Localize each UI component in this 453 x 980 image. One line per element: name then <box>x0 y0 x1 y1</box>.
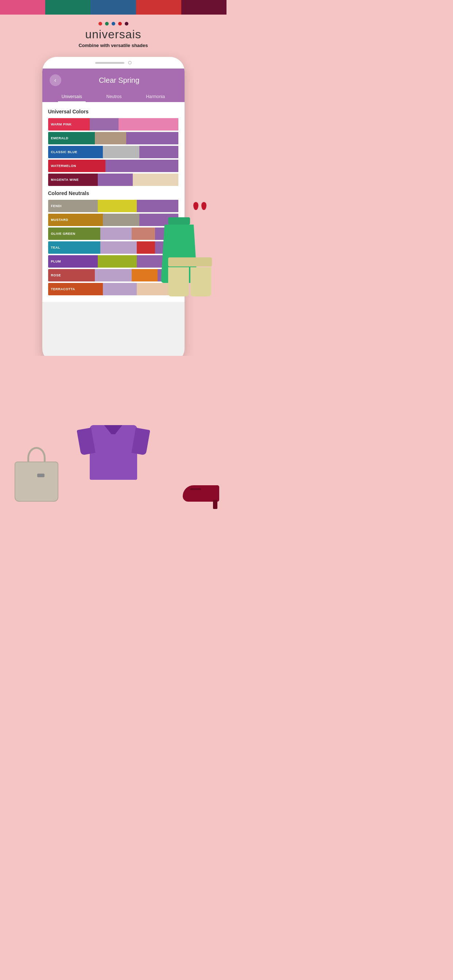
handbag-decoration <box>11 443 62 502</box>
brand-dots <box>99 22 128 25</box>
brand-dot-4 <box>125 22 128 25</box>
shorts-leg-right <box>190 267 211 296</box>
color-seg-1-2 <box>126 132 179 145</box>
handbag-handle <box>27 447 46 461</box>
color-row-emerald[interactable]: EMERALD <box>48 132 179 145</box>
universal-color-list: WARM PINKEMERALDCLASSIC BLUEWATERMELONMA… <box>48 118 179 186</box>
top-color-bar <box>0 0 226 14</box>
shoe <box>183 485 219 502</box>
brand-dot-3 <box>118 22 122 25</box>
brand-dot-2 <box>112 22 115 25</box>
color-row-teal[interactable]: TEAL <box>48 241 179 254</box>
app-subtitle: Combine with versatile shades <box>78 43 148 48</box>
top-bar-segment-1 <box>45 0 91 14</box>
shoes-decoration <box>183 485 219 502</box>
tab-neutros[interactable]: Neutros <box>102 91 125 102</box>
purple-top-decoration <box>88 425 139 491</box>
top-bar-segment-4 <box>181 0 226 14</box>
handbag-clasp <box>37 474 45 477</box>
color-label-4: MAGENTA WINE <box>48 173 98 186</box>
brand-dot-1 <box>105 22 109 25</box>
top-sleeve-left <box>77 428 96 455</box>
color-seg-4-2 <box>133 173 179 186</box>
bottom-fashion-section <box>0 356 226 509</box>
top-bar-segment-2 <box>91 0 136 14</box>
shorts-waistband <box>168 258 212 267</box>
color-label-4: PLUM <box>48 255 98 267</box>
color-seg-3-1 <box>100 241 137 254</box>
color-row-magenta-wine[interactable]: MAGENTA WINE <box>48 173 179 186</box>
shorts-leg-left <box>168 267 189 296</box>
screen-header: ‹ Clear Spring UniversaisNeutrosHarmonia <box>42 68 185 102</box>
screen-nav-top: ‹ Clear Spring <box>49 75 177 86</box>
color-seg-3-1 <box>105 160 179 172</box>
color-row-classic-blue[interactable]: CLASSIC BLUE <box>48 146 179 158</box>
color-label-5: ROSE <box>48 269 95 282</box>
color-seg-0-2 <box>137 200 179 212</box>
neutral-color-list: FENDIMUSTARDOLIVE GREENTEALPLUMROSETERRA… <box>48 200 179 295</box>
color-label-0: WARM PINK <box>48 118 90 130</box>
color-seg-1-1 <box>103 214 139 226</box>
earrings-decoration <box>193 202 206 210</box>
skirt-waistband <box>168 217 190 224</box>
color-label-3: WATERMELON <box>48 160 106 172</box>
colored-neutrals-title: Colored Neutrals <box>48 190 179 196</box>
color-row-watermelon[interactable]: WATERMELON <box>48 160 179 172</box>
back-button[interactable]: ‹ <box>49 75 61 86</box>
color-label-2: CLASSIC BLUE <box>48 146 103 158</box>
color-seg-4-1 <box>98 255 137 267</box>
universal-colors-title: Universal Colors <box>48 109 179 115</box>
color-seg-2-1 <box>103 146 139 158</box>
top-neckline <box>104 425 123 434</box>
handbag-body <box>14 461 58 502</box>
phone-mockup: ‹ Clear Spring UniversaisNeutrosHarmonia… <box>42 57 185 363</box>
color-label-2: OLIVE GREEN <box>48 228 100 240</box>
top-body <box>90 425 137 480</box>
shoe-heel <box>213 500 217 509</box>
color-seg-0-1 <box>90 118 118 130</box>
phone-wrapper: ‹ Clear Spring UniversaisNeutrosHarmonia… <box>0 57 226 363</box>
color-row-warm-pink[interactable]: WARM PINK <box>48 118 179 130</box>
notch-circle <box>128 61 132 65</box>
color-label-3: TEAL <box>48 241 100 254</box>
color-row-mustard[interactable]: MUSTARD <box>48 214 179 226</box>
color-seg-3-2 <box>137 241 155 254</box>
brand-dot-0 <box>99 22 102 25</box>
color-row-olive-green[interactable]: OLIVE GREEN <box>48 228 179 240</box>
top-bar-segment-0 <box>0 0 45 14</box>
color-seg-5-2 <box>132 269 158 282</box>
color-seg-6-1 <box>103 283 137 295</box>
top-bar-segment-3 <box>136 0 181 14</box>
phone-notch <box>42 57 185 68</box>
color-seg-1-1 <box>95 132 126 145</box>
color-label-1: MUSTARD <box>48 214 103 226</box>
shorts-legs <box>168 267 215 296</box>
tab-harmonia[interactable]: Harmonia <box>142 91 169 102</box>
color-row-terracotta[interactable]: TERRACOTTA <box>48 283 179 295</box>
app-header: universais Combine with versatile shades <box>0 14 226 57</box>
color-seg-0-1 <box>98 200 137 212</box>
color-row-rose[interactable]: ROSE <box>48 269 179 282</box>
app-title: universais <box>85 28 141 41</box>
earring-right <box>201 202 206 210</box>
color-label-6: TERRACOTTA <box>48 283 103 295</box>
color-row-plum[interactable]: PLUM <box>48 255 179 267</box>
color-seg-0-2 <box>118 118 179 130</box>
tab-universais[interactable]: Universais <box>58 91 86 102</box>
tab-bar: UniversaisNeutrosHarmonia <box>49 91 177 102</box>
color-row-fendi[interactable]: FENDI <box>48 200 179 212</box>
top-sleeve-right <box>131 428 150 455</box>
shoe-strap <box>190 488 201 490</box>
color-seg-2-2 <box>139 146 179 158</box>
color-seg-4-1 <box>98 173 133 186</box>
color-label-1: EMERALD <box>48 132 95 145</box>
notch-bar <box>95 62 124 64</box>
color-seg-2-1 <box>100 228 132 240</box>
color-seg-5-1 <box>95 269 131 282</box>
earring-left <box>193 202 198 210</box>
screen-title: Clear Spring <box>61 76 177 84</box>
beige-shorts-decoration <box>168 258 215 301</box>
color-label-0: FENDI <box>48 200 98 212</box>
color-seg-2-2 <box>132 228 155 240</box>
